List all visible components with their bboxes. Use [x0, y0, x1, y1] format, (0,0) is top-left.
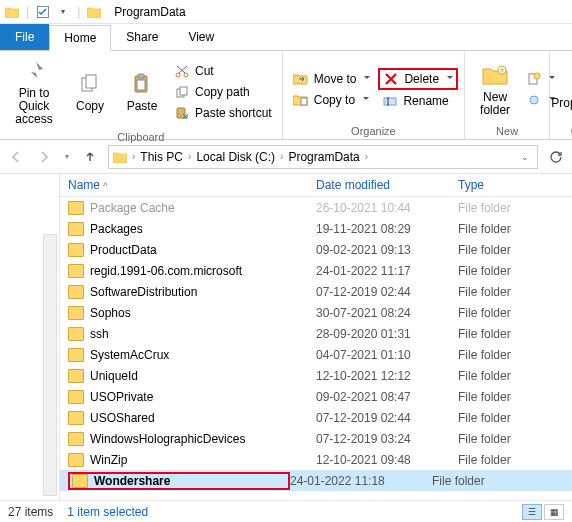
column-name[interactable]: Name ^ [68, 178, 316, 192]
status-selection: 1 item selected [67, 505, 148, 519]
file-list[interactable]: Package Cache26-10-2021 10:44File folder… [60, 197, 572, 500]
address-bar[interactable]: › This PC › Local Disk (C:) › ProgramDat… [108, 145, 538, 169]
crumb-this-pc[interactable]: This PC [138, 150, 185, 164]
folder-icon [4, 4, 20, 20]
tab-home[interactable]: Home [49, 25, 111, 51]
ribbon-group-clipboard: Pin to Quick access Copy Paste [0, 51, 283, 139]
file-name: Package Cache [90, 201, 316, 215]
delete-x-icon [383, 71, 399, 87]
file-type: File folder [458, 285, 572, 299]
file-type: File folder [458, 348, 572, 362]
crumb-drive[interactable]: Local Disk (C:) [194, 150, 277, 164]
table-row[interactable]: ssh28-09-2020 01:31File folder [60, 323, 572, 344]
address-dropdown-icon[interactable]: ⌄ [515, 147, 535, 167]
delete-label: Delete [404, 72, 439, 86]
navigation-pane[interactable] [0, 174, 60, 500]
properties-label: Properties [551, 97, 572, 110]
folder-icon [68, 243, 84, 257]
qa-caret-icon[interactable]: ▾ [55, 4, 71, 20]
svg-rect-4 [138, 74, 144, 78]
chevron-right-icon[interactable]: › [364, 151, 369, 162]
folder-icon [68, 222, 84, 236]
nav-back-button[interactable] [6, 147, 26, 167]
nav-forward-button[interactable] [34, 147, 54, 167]
copy-to-button[interactable]: Copy to [289, 90, 375, 110]
svg-rect-11 [301, 98, 307, 105]
pin-to-quick-access-button[interactable]: Pin to Quick access [6, 55, 62, 129]
chevron-right-icon[interactable]: › [131, 151, 136, 162]
clipboard-group-label: Clipboard [117, 129, 164, 143]
new-folder-button[interactable]: New folder [471, 59, 519, 119]
svg-rect-9 [180, 87, 187, 95]
file-type: File folder [458, 222, 572, 236]
tab-view[interactable]: View [173, 24, 229, 50]
table-row[interactable]: USOPrivate09-02-2021 08:47File folder [60, 386, 572, 407]
file-name: Packages [90, 222, 316, 236]
new-item-button[interactable] [523, 69, 543, 89]
copy-path-label: Copy path [195, 85, 250, 99]
chevron-right-icon[interactable]: › [187, 151, 192, 162]
folder-icon [68, 348, 84, 362]
copy-button[interactable]: Copy [66, 68, 114, 115]
organize-group-label: Organize [351, 123, 396, 137]
properties-button[interactable]: Properties [556, 65, 572, 112]
svg-point-6 [176, 73, 180, 77]
file-type: File folder [458, 243, 572, 257]
table-row[interactable]: Sophos30-07-2021 08:24File folder [60, 302, 572, 323]
paste-shortcut-button[interactable]: Paste shortcut [170, 103, 276, 123]
checkbox-icon[interactable] [35, 4, 51, 20]
table-row[interactable]: UniqueId12-10-2021 12:12File folder [60, 365, 572, 386]
easy-access-button[interactable] [523, 90, 543, 110]
table-row[interactable]: SoftwareDistribution07-12-2019 02:44File… [60, 281, 572, 302]
table-row[interactable]: WinZip12-10-2021 09:48File folder [60, 449, 572, 470]
window-title: ProgramData [114, 5, 185, 19]
pin-label: Pin to Quick access [8, 87, 60, 127]
move-to-button[interactable]: Move to [289, 69, 375, 89]
file-date: 24-01-2022 11:18 [290, 474, 432, 488]
new-folder-label: New folder [473, 91, 517, 117]
easy-access-icon [527, 92, 541, 108]
refresh-button[interactable] [546, 147, 566, 167]
copy-icon [76, 70, 104, 98]
table-row[interactable]: WindowsHolographicDevices07-12-2019 03:2… [60, 428, 572, 449]
column-date[interactable]: Date modified [316, 178, 458, 192]
table-row[interactable]: Packages19-11-2021 08:29File folder [60, 218, 572, 239]
sort-indicator-icon: ^ [103, 181, 107, 191]
address-folder-icon[interactable] [111, 151, 129, 163]
column-type[interactable]: Type [458, 178, 572, 192]
ribbon-tabs: File Home Share View [0, 24, 572, 50]
paste-button[interactable]: Paste [118, 68, 166, 115]
crumb-folder[interactable]: ProgramData [286, 150, 361, 164]
chevron-right-icon[interactable]: › [279, 151, 284, 162]
tab-file[interactable]: File [0, 24, 49, 50]
rename-button[interactable]: Rename [378, 91, 458, 111]
folder-icon [68, 369, 84, 383]
paste-shortcut-icon [174, 105, 190, 121]
view-details-button[interactable]: ☰ [522, 504, 542, 520]
folder-icon [68, 285, 84, 299]
content-area: Name ^ Date modified Type Package Cache2… [0, 174, 572, 500]
file-type: File folder [458, 453, 572, 467]
file-name: ssh [90, 327, 316, 341]
move-to-icon [293, 71, 309, 87]
view-icons-button[interactable]: ▦ [544, 504, 564, 520]
table-row[interactable]: Package Cache26-10-2021 10:44File folder [60, 197, 572, 218]
svg-point-16 [530, 96, 538, 104]
cut-button[interactable]: Cut [170, 61, 276, 81]
file-date: 09-02-2021 09:13 [316, 243, 458, 257]
nav-up-button[interactable] [80, 147, 100, 167]
table-row[interactable]: Wondershare24-01-2022 11:18File folder [60, 470, 572, 491]
table-row[interactable]: SystemAcCrux04-07-2021 01:10File folder [60, 344, 572, 365]
delete-button[interactable]: Delete [378, 68, 458, 90]
table-row[interactable]: regid.1991-06.com.microsoft24-01-2022 11… [60, 260, 572, 281]
copy-to-icon [293, 92, 309, 108]
tab-share[interactable]: Share [111, 24, 173, 50]
svg-rect-10 [177, 108, 185, 118]
file-name: ProductData [90, 243, 316, 257]
table-row[interactable]: USOShared07-12-2019 02:44File folder [60, 407, 572, 428]
nav-scrollbar[interactable] [43, 234, 57, 496]
copy-path-button[interactable]: Copy path [170, 82, 276, 102]
nav-history-caret[interactable]: ▾ [62, 147, 72, 167]
svg-rect-5 [137, 80, 145, 90]
table-row[interactable]: ProductData09-02-2021 09:13File folder [60, 239, 572, 260]
